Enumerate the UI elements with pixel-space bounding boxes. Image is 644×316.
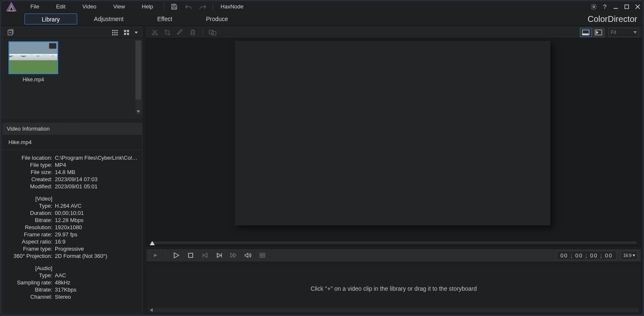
info-row: File location:C:\Program Files\CyberLink… [3,154,140,161]
svg-marker-42 [217,253,221,257]
svg-rect-46 [260,253,262,255]
menu-edit[interactable]: Edit [48,1,74,12]
library-scrollbar[interactable] [135,40,141,115]
view-split-icon[interactable] [593,28,604,37]
info-value: 48kHz [55,279,140,286]
info-row: Resolution:1920x1080 [3,224,140,231]
import-media-icon[interactable] [6,28,15,37]
svg-rect-7 [625,5,629,8]
svg-rect-23 [127,33,129,35]
maximize-button[interactable] [622,2,631,11]
minimize-button[interactable] [611,2,620,11]
info-key: Frame type: [3,245,55,252]
svg-marker-37 [154,254,157,257]
settings-icon[interactable] [589,2,598,11]
svg-rect-33 [587,34,588,35]
menu-video[interactable]: Video [74,1,105,12]
preview-toolbar: Fit [146,27,641,38]
info-key: Aspect ratio: [3,238,55,245]
info-row: Bitrate:12.28 Mbps [3,217,140,224]
redo-icon [199,3,207,11]
play-button[interactable] [170,250,182,260]
brand-title: ColorDirector [587,12,637,26]
timecode-display[interactable]: 00 ; 00 ; 00 ; 00 [557,251,617,260]
svg-rect-17 [112,34,113,35]
tab-effect[interactable]: Effect [140,13,189,24]
view-options-chevron-icon[interactable] [134,28,139,37]
preview-scrub-cursor[interactable] [150,241,155,245]
volume-button[interactable] [242,250,254,260]
save-icon[interactable] [170,3,178,11]
menu-view[interactable]: View [105,1,133,12]
svg-marker-25 [137,110,140,113]
tab-library[interactable]: Library [24,13,77,24]
undo-icon [184,3,193,11]
main-area: Hike.mp4 ···· Video Information Hike.mp4… [1,26,643,315]
svg-rect-29 [212,32,216,35]
scroll-left-icon[interactable] [149,308,154,312]
scrollbar-thumb[interactable] [135,40,141,99]
prev-frame-button [199,250,211,260]
zoom-value: Fit [611,29,616,35]
help-icon[interactable]: ? [600,2,609,11]
view-single-icon[interactable] [580,28,592,37]
menu-file[interactable]: File [22,1,48,12]
svg-rect-21 [127,30,129,32]
info-key: Bitrate: [3,217,55,224]
close-button[interactable] [633,2,642,11]
info-value [55,195,140,202]
tab-adjustment[interactable]: Adjustment [77,13,140,24]
info-row: [Audio] [3,265,140,272]
svg-marker-44 [231,253,233,257]
info-row: Type:AAC [3,272,140,279]
storyboard-panel[interactable]: Click "+" on a video clip in the library… [146,264,641,313]
info-key: Type: [3,202,55,209]
svg-point-5 [593,5,595,7]
media-thumbnail[interactable] [8,41,58,74]
library-grid[interactable]: Hike.mp4 [3,38,142,118]
aspect-ratio-dropdown[interactable]: 16:9 [621,251,638,260]
info-key: File location: [3,154,55,161]
view-small-thumbs-icon[interactable] [110,28,119,37]
info-key: Channel: [3,293,55,300]
cut-icon [148,28,161,37]
svg-rect-3 [173,4,175,6]
info-key: Type: [3,272,55,279]
preview-area[interactable] [146,38,641,247]
stop-button[interactable] [185,250,197,260]
library-toolbar [3,27,142,38]
info-row: Frame type:Progressive [3,245,140,252]
svg-rect-16 [116,32,118,33]
info-value: MP4 [55,161,140,169]
scroll-down-icon[interactable] [135,109,141,115]
menubar: File Edit Video View Help HaxNode ? [1,1,643,12]
preview-scrub-track[interactable] [151,241,637,244]
video-info-grid: File location:C:\Program Files\CyberLink… [3,150,142,313]
svg-rect-19 [116,34,118,35]
svg-marker-41 [204,253,207,257]
aspect-ratio-value: 16:9 [623,253,631,258]
zoom-dropdown[interactable]: Fit [609,28,639,37]
panel-splitter[interactable]: ···· [1,119,144,123]
menu-haxnode[interactable]: HaxNode [216,1,248,12]
window-controls: ? [589,1,642,12]
info-value: 29.97 fps [55,231,140,238]
storyboard-scrollbar[interactable] [149,308,639,312]
grid-button [256,250,268,260]
svg-rect-18 [114,34,116,35]
svg-rect-48 [260,256,262,257]
tab-produce[interactable]: Produce [189,13,245,24]
info-row: Duration:00;00;10;01 [3,209,140,217]
info-row: File type:MP4 [3,161,140,169]
svg-rect-20 [124,30,126,32]
next-frame-button[interactable] [213,250,225,260]
preview-canvas [235,41,550,225]
svg-rect-4 [172,7,176,9]
menu-help[interactable]: Help [133,1,162,12]
info-key: Modified: [3,183,55,190]
media-clip[interactable]: Hike.mp4 [6,41,61,115]
info-value: C:\Program Files\CyberLink\Color... [55,154,140,161]
view-large-thumbs-icon[interactable] [122,28,131,37]
video-info-title: Video Information [3,123,142,135]
info-row: Aspect ratio:16:9 [3,238,140,245]
